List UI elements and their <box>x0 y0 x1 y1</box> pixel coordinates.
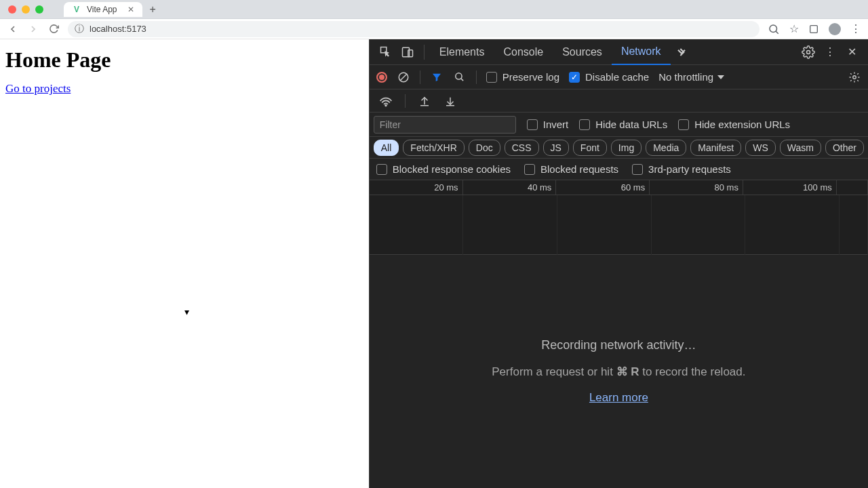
divider <box>424 45 425 60</box>
divider <box>420 70 420 84</box>
third-party-toggle[interactable]: 3rd-party requests <box>632 163 731 175</box>
chip-media[interactable]: Media <box>646 140 686 156</box>
chip-manifest[interactable]: Manifest <box>690 140 741 156</box>
network-conditions-icon[interactable] <box>379 94 393 108</box>
chip-css[interactable]: CSS <box>505 140 539 156</box>
devtools-menu-icon[interactable]: ⋮ <box>819 41 841 63</box>
extensions-icon[interactable] <box>808 24 819 35</box>
mouse-cursor-icon: ▾ <box>184 306 189 317</box>
disable-cache-checkbox[interactable]: ✓ <box>569 72 580 83</box>
network-toolbar: Preserve log ✓ Disable cache No throttli… <box>370 65 868 89</box>
vite-favicon-icon: V <box>72 5 81 14</box>
chip-all[interactable]: All <box>374 140 399 156</box>
throttling-value: No throttling <box>658 71 713 83</box>
learn-more-link[interactable]: Learn more <box>589 391 648 405</box>
window-close-button[interactable] <box>8 5 16 14</box>
hide-data-urls-toggle[interactable]: Hide data URLs <box>579 119 667 130</box>
hide-ext-urls-toggle[interactable]: Hide extension URLs <box>678 119 790 130</box>
tab-close-icon[interactable]: ✕ <box>127 5 134 14</box>
bookmark-star-icon[interactable]: ☆ <box>789 22 799 35</box>
timeline-tick: 40 ms <box>463 180 557 195</box>
filter-input[interactable] <box>374 116 516 134</box>
svg-point-9 <box>456 73 462 79</box>
chip-font[interactable]: Font <box>573 140 607 156</box>
chevron-down-icon <box>717 75 724 79</box>
chip-other[interactable]: Other <box>825 140 864 156</box>
invert-toggle[interactable]: Invert <box>527 119 569 130</box>
browser-tab-strip: V Vite App ✕ + <box>0 0 868 19</box>
disable-cache-label: Disable cache <box>585 71 649 83</box>
blocked-cookies-toggle[interactable]: Blocked response cookies <box>376 163 511 175</box>
more-tabs-chevron-icon[interactable] <box>671 41 692 63</box>
empty-subtitle: Perform a request or hit ⌘ R to record t… <box>492 365 745 379</box>
svg-point-6 <box>807 50 810 54</box>
devtools-settings-icon[interactable] <box>797 41 819 63</box>
timeline-body <box>370 195 868 255</box>
chip-fetch-xhr[interactable]: Fetch/XHR <box>403 140 464 156</box>
timeline-tick: 80 ms <box>650 180 743 195</box>
browser-tab[interactable]: V Vite App ✕ <box>64 2 142 17</box>
address-bar[interactable]: ⓘ localhost:5173 <box>68 21 760 37</box>
timeline-tick: 100 ms <box>743 180 837 195</box>
window-minimize-button[interactable] <box>22 5 30 14</box>
inspect-element-icon[interactable] <box>375 41 397 63</box>
chip-js[interactable]: JS <box>543 140 569 156</box>
content-area: Home Page Go to projects Elements Consol… <box>0 39 868 488</box>
download-har-icon[interactable] <box>443 94 457 108</box>
svg-rect-2 <box>810 25 818 33</box>
chip-img[interactable]: Img <box>611 140 642 156</box>
filter-toggle-icon[interactable] <box>430 70 443 84</box>
window-fullscreen-button[interactable] <box>35 5 43 14</box>
record-button[interactable] <box>376 72 387 83</box>
timeline-tick <box>837 180 868 195</box>
device-toolbar-icon[interactable] <box>397 41 418 63</box>
chip-ws[interactable]: WS <box>745 140 776 156</box>
clear-button[interactable] <box>397 70 410 84</box>
hide-data-urls-checkbox[interactable] <box>579 119 590 130</box>
svg-point-12 <box>385 104 387 106</box>
zoom-icon[interactable] <box>768 23 780 35</box>
site-info-icon[interactable]: ⓘ <box>75 23 84 35</box>
network-har-bar <box>370 89 868 113</box>
new-tab-button[interactable]: + <box>149 3 155 16</box>
preserve-log-label: Preserve log <box>502 71 559 83</box>
network-timeline[interactable]: 20 ms 40 ms 60 ms 80 ms 100 ms <box>370 180 868 255</box>
network-filter-row: Invert Hide data URLs Hide extension URL… <box>370 113 868 137</box>
profile-avatar[interactable] <box>829 23 841 35</box>
preserve-log-toggle[interactable]: Preserve log <box>486 71 559 83</box>
nav-forward-button[interactable] <box>27 23 39 35</box>
chip-wasm[interactable]: Wasm <box>780 140 821 156</box>
preserve-log-checkbox[interactable] <box>486 72 497 83</box>
devtools-panel: Elements Console Sources Network ⋮ ✕ <box>369 39 868 488</box>
chip-doc[interactable]: Doc <box>469 140 500 156</box>
browser-right-icons: ☆ ⋮ <box>768 22 861 35</box>
third-party-checkbox[interactable] <box>632 164 643 175</box>
devtools-tab-bar: Elements Console Sources Network ⋮ ✕ <box>370 39 868 65</box>
tab-network[interactable]: Network <box>612 39 671 65</box>
svg-point-0 <box>770 25 777 33</box>
svg-point-11 <box>853 75 856 79</box>
timeline-tick: 60 ms <box>556 180 650 195</box>
search-icon[interactable] <box>453 70 467 84</box>
browser-toolbar: ⓘ localhost:5173 ☆ ⋮ <box>0 19 868 39</box>
blocked-requests-toggle[interactable]: Blocked requests <box>524 163 618 175</box>
hide-ext-urls-checkbox[interactable] <box>678 119 689 130</box>
nav-reload-button[interactable] <box>47 23 60 35</box>
devtools-close-icon[interactable]: ✕ <box>841 41 863 63</box>
network-settings-icon[interactable] <box>848 70 861 84</box>
browser-menu-icon[interactable]: ⋮ <box>850 22 861 35</box>
invert-label: Invert <box>543 119 569 130</box>
tab-sources[interactable]: Sources <box>553 39 612 65</box>
nav-back-button[interactable] <box>7 23 19 35</box>
network-empty-state: Recording network activity… Perform a re… <box>370 255 868 488</box>
web-page: Home Page Go to projects <box>0 39 369 488</box>
throttling-dropdown[interactable]: No throttling <box>658 71 724 83</box>
blocked-requests-checkbox[interactable] <box>524 164 535 175</box>
tab-elements[interactable]: Elements <box>430 39 494 65</box>
invert-checkbox[interactable] <box>527 119 538 130</box>
go-to-projects-link[interactable]: Go to projects <box>5 82 71 95</box>
disable-cache-toggle[interactable]: ✓ Disable cache <box>569 71 649 83</box>
blocked-cookies-checkbox[interactable] <box>376 164 387 175</box>
upload-har-icon[interactable] <box>418 94 431 108</box>
tab-console[interactable]: Console <box>494 39 553 65</box>
